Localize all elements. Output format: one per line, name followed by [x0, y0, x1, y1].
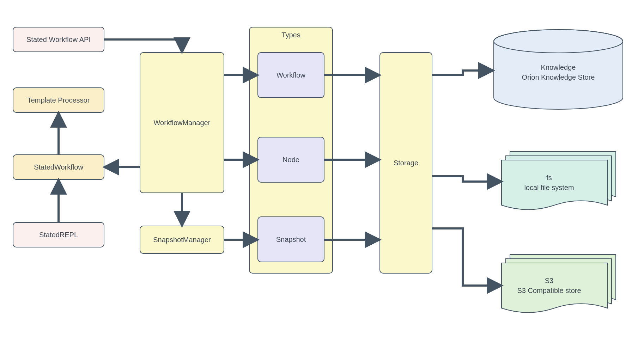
node-snapshot-manager: SnapshotManager	[140, 226, 224, 254]
knowledge-line2: Orion Knowledge Store	[493, 72, 624, 82]
node-stated-workflow: StatedWorkflow	[13, 154, 104, 180]
label: Node	[282, 156, 299, 164]
node-stated-repl: StatedREPL	[13, 222, 104, 247]
label: Template Processor	[28, 96, 90, 104]
node-template-processor: Template Processor	[13, 87, 104, 113]
s3-line1: S3	[496, 276, 602, 286]
node-workflow-manager: WorkflowManager	[140, 52, 224, 193]
knowledge-line1: Knowledge	[493, 62, 624, 72]
label: StatedREPL	[39, 231, 78, 239]
types-title: Types	[250, 27, 332, 43]
node-type-snapshot: Snapshot	[257, 216, 324, 262]
s3-line2: S3 Compatible store	[496, 286, 602, 295]
node-fs: fs local file system	[501, 151, 617, 214]
node-type-workflow: Workflow	[257, 52, 324, 98]
node-knowledge-store: Knowledge Orion Knowledge Store	[493, 29, 624, 110]
label: StatedWorkflow	[34, 163, 83, 171]
label: SnapshotManager	[153, 236, 211, 244]
label: WorkflowManager	[154, 119, 211, 127]
label: Snapshot	[276, 235, 306, 244]
node-storage: Storage	[379, 52, 432, 274]
label: Storage	[394, 159, 418, 167]
node-s3: S3 S3 Compatible store	[501, 254, 617, 317]
fs-line2: local file system	[496, 183, 602, 192]
node-stated-workflow-api: Stated Workflow API	[13, 27, 104, 52]
fs-line1: fs	[496, 173, 602, 183]
node-type-node: Node	[257, 137, 324, 183]
label: Workflow	[277, 71, 305, 79]
label: Stated Workflow API	[26, 36, 91, 44]
